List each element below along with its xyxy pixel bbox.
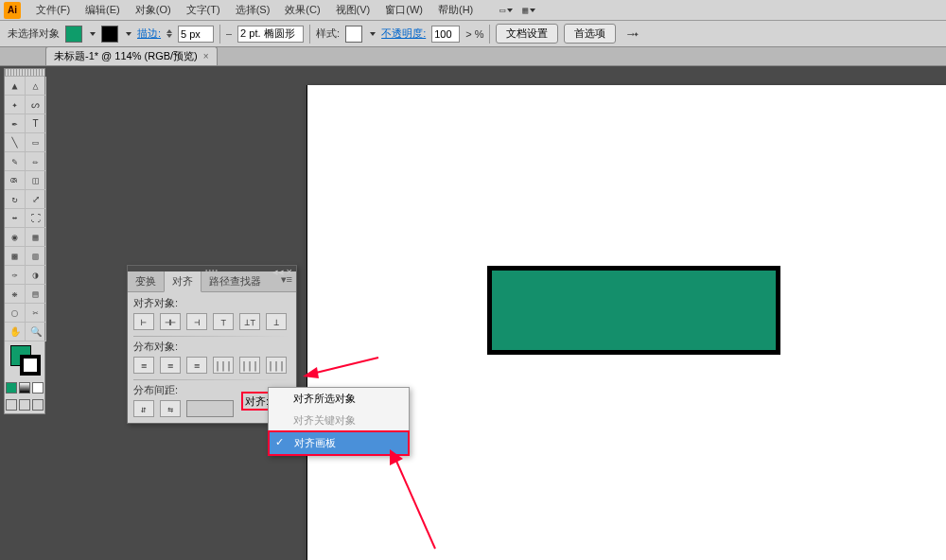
menu-effect[interactable]: 效果(C) xyxy=(277,3,327,17)
pen-tool[interactable]: ✒ xyxy=(5,114,26,133)
gradient-mode[interactable] xyxy=(19,382,30,394)
menu-help[interactable]: 帮助(H) xyxy=(430,3,481,17)
check-icon: ✓ xyxy=(275,436,284,448)
color-picker[interactable] xyxy=(5,341,44,379)
color-mode[interactable] xyxy=(6,382,17,394)
paintbrush-tool[interactable]: ✎ xyxy=(5,152,26,171)
menu-file[interactable]: 文件(F) xyxy=(28,3,78,17)
style-label: 样式: xyxy=(316,26,340,41)
menu-edit[interactable]: 编辑(E) xyxy=(78,3,128,17)
document-tab[interactable]: 未标题-1* @ 114% (RGB/预览) × xyxy=(45,46,218,65)
graph-tool[interactable]: ▤ xyxy=(26,285,46,304)
align-to-dropdown: 对齐所选对象 对齐关键对象 ✓ 对齐画板 xyxy=(268,387,410,456)
align-bottom-button[interactable]: ⊥ xyxy=(266,313,287,330)
brush-profile-input[interactable] xyxy=(237,26,304,43)
menu-window[interactable]: 窗口(W) xyxy=(377,3,430,17)
stroke-link[interactable]: 描边: xyxy=(137,26,161,41)
align-top-button[interactable]: ⊤ xyxy=(213,313,234,330)
opacity-input[interactable] xyxy=(431,26,460,43)
direct-selection-tool[interactable]: △ xyxy=(26,77,46,96)
align-objects-label: 对齐对象: xyxy=(133,296,290,310)
distribute-spacing-label: 分布间距: xyxy=(133,383,234,397)
symbol-sprayer-tool[interactable]: ❋ xyxy=(5,285,26,304)
scale-tool[interactable]: ⤢ xyxy=(26,190,46,209)
align-hcenter-button[interactable]: ⊣⊢ xyxy=(160,313,181,330)
rectangle-tool[interactable]: ▭ xyxy=(26,133,46,152)
align-vcenter-button[interactable]: ⊥⊤ xyxy=(239,313,260,330)
slice-tool[interactable]: ✂ xyxy=(26,304,46,323)
hand-tool[interactable]: ✋ xyxy=(5,323,26,341)
zoom-tool[interactable]: 🔍 xyxy=(26,323,46,341)
none-mode[interactable] xyxy=(32,382,44,394)
layout-icon[interactable]: ▭ xyxy=(499,5,513,15)
pencil-tool[interactable]: ✏ xyxy=(26,152,46,171)
draw-normal[interactable] xyxy=(6,399,17,411)
document-tab-bar: 未标题-1* @ 114% (RGB/预览) × xyxy=(0,47,946,66)
rotate-tool[interactable]: ↻ xyxy=(5,190,26,209)
opacity-link[interactable]: 不透明度: xyxy=(381,26,426,41)
rectangle-shape[interactable] xyxy=(487,266,780,355)
selection-tool[interactable]: ▲ xyxy=(5,77,26,96)
app-logo: Ai xyxy=(4,2,21,19)
blob-brush-tool[interactable]: ෧ xyxy=(5,171,26,190)
stroke-color[interactable] xyxy=(20,355,41,376)
fill-swatch[interactable] xyxy=(65,26,82,43)
draw-behind[interactable] xyxy=(19,399,30,411)
stroke-swatch[interactable] xyxy=(101,26,118,43)
align-left-button[interactable]: ⊢ xyxy=(133,313,154,330)
magic-wand-tool[interactable]: ✦ xyxy=(5,96,26,114)
line-tool[interactable]: ╲ xyxy=(5,133,26,152)
menu-object[interactable]: 对象(O) xyxy=(128,3,179,17)
align-to-label: 对齐: xyxy=(245,394,269,409)
dist-left-button[interactable]: ||| xyxy=(213,357,234,374)
draw-inside[interactable] xyxy=(32,399,44,411)
panel-titlebar[interactable]: •••• ◂◂× xyxy=(128,266,296,271)
brush-def-icon[interactable]: — xyxy=(226,28,232,39)
document-tab-title: 未标题-1* @ 114% (RGB/预览) xyxy=(54,49,198,63)
menu-select[interactable]: 选择(S) xyxy=(228,3,278,17)
dist-hcenter-button[interactable]: ||| xyxy=(239,357,260,374)
align-to-key-object-item: 对齐关键对象 xyxy=(269,410,409,431)
shape-builder-tool[interactable]: ◉ xyxy=(5,228,26,247)
selection-status: 未选择对象 xyxy=(8,26,60,41)
menu-type[interactable]: 文字(T) xyxy=(179,3,228,17)
tab-transform[interactable]: 变换 xyxy=(128,271,164,291)
menu-view[interactable]: 视图(V) xyxy=(328,3,378,17)
tab-align[interactable]: 对齐 xyxy=(164,271,201,292)
panel-close-icon[interactable]: × xyxy=(287,266,292,278)
tab-pathfinder[interactable]: 路径查找器 xyxy=(201,271,269,291)
align-to-artboard-item[interactable]: ✓ 对齐画板 xyxy=(268,430,410,456)
close-tab-icon[interactable]: × xyxy=(203,51,209,61)
artboard-tool[interactable]: ▢ xyxy=(5,304,26,323)
toolbox-grip[interactable] xyxy=(5,69,44,77)
perspective-tool[interactable]: ▦ xyxy=(26,228,46,247)
type-tool[interactable]: T xyxy=(26,114,46,133)
blend-tool[interactable]: ◑ xyxy=(26,266,46,285)
dist-vcenter-button[interactable]: ≡ xyxy=(160,357,181,374)
preferences-button[interactable]: 首选项 xyxy=(564,24,616,44)
dist-hspace-button[interactable]: ⇆ xyxy=(160,400,181,417)
dist-vspace-button[interactable]: ⇵ xyxy=(133,400,154,417)
stroke-stepper[interactable] xyxy=(166,29,172,38)
gradient-tool[interactable]: ▥ xyxy=(26,247,46,266)
align-icon[interactable]: ⟶✦ xyxy=(627,28,639,39)
style-swatch[interactable] xyxy=(345,26,362,43)
align-right-button[interactable]: ⊣ xyxy=(186,313,207,330)
eyedropper-tool[interactable]: ✑ xyxy=(5,266,26,285)
eraser-tool[interactable]: ◫ xyxy=(26,171,46,190)
workspace-switcher[interactable]: ▦ xyxy=(522,5,535,15)
dist-top-button[interactable]: ≡ xyxy=(133,357,154,374)
dist-right-button[interactable]: ||| xyxy=(266,357,287,374)
align-to-selection-item[interactable]: 对齐所选对象 xyxy=(269,388,409,410)
stroke-width-input[interactable] xyxy=(178,26,214,43)
toolbox: ▲ △ ✦ ᔕ ✒ T ╲ ▭ ✎ ✏ ෧ ◫ ↻ ⤢ ⬌ ⛶ ◉ ▦ ▩ ▥ … xyxy=(4,68,45,414)
dist-bottom-button[interactable]: ≡ xyxy=(186,357,207,374)
lasso-tool[interactable]: ᔕ xyxy=(26,96,46,114)
opacity-unit: > % xyxy=(465,28,483,40)
panel-collapse-icon[interactable]: ◂◂ xyxy=(272,266,284,278)
mesh-tool[interactable]: ▩ xyxy=(5,247,26,266)
free-transform-tool[interactable]: ⛶ xyxy=(26,209,46,228)
width-tool[interactable]: ⬌ xyxy=(5,209,26,228)
doc-setup-button[interactable]: 文档设置 xyxy=(496,24,558,44)
spacing-input[interactable] xyxy=(186,400,234,417)
